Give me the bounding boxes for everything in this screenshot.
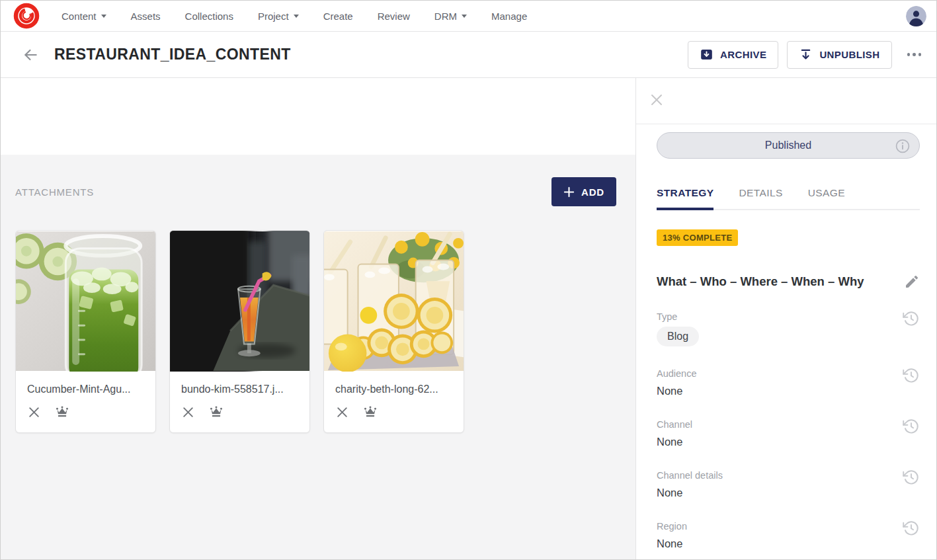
chevron-down-icon — [462, 15, 467, 18]
unpublish-button[interactable]: UNPUBLISH — [787, 41, 891, 69]
history-icon[interactable] — [902, 309, 920, 327]
field-value: None — [657, 487, 920, 499]
crown-primary-icon[interactable] — [363, 405, 378, 419]
nav-item-label: Create — [323, 11, 353, 22]
nav-item-label: Assets — [131, 11, 161, 22]
field-value: None — [657, 385, 920, 397]
nav-item-content[interactable]: Content — [61, 11, 106, 22]
field-label: Type — [657, 311, 920, 322]
attachment-card: Cucumber-Mint-Agu... — [15, 230, 156, 433]
field-audience: Audience None — [657, 368, 920, 397]
remove-attachment-icon[interactable] — [335, 405, 349, 419]
nav-item-label: Content — [61, 11, 97, 22]
main-content: ATTACHMENTS ADD — [1, 78, 635, 559]
nav-item-label: Manage — [491, 11, 527, 22]
nav-item-label: Collections — [185, 11, 233, 22]
field-label: Channel details — [657, 470, 920, 481]
nav-item-create[interactable]: Create — [323, 11, 353, 22]
nav-item-review[interactable]: Review — [378, 11, 410, 22]
status-badge: Published — [657, 132, 920, 159]
page-header: RESTAURANT_IDEA_CONTENT ARCHIVE UNPUBLIS… — [1, 32, 936, 78]
attachment-cards: Cucumber-Mint-Agu... — [15, 230, 635, 433]
attachments-section: ATTACHMENTS ADD — [1, 155, 635, 559]
add-attachment-button[interactable]: ADD — [551, 177, 616, 206]
attachment-card: bundo-kim-558517.j... — [169, 230, 310, 433]
field-label: Channel — [657, 419, 920, 430]
attachment-thumbnail-orange-cocktail[interactable] — [170, 231, 309, 372]
attachment-thumbnail-cucumber-drink[interactable] — [16, 231, 155, 372]
nav-item-drm[interactable]: DRM — [434, 11, 467, 22]
nav-item-collections[interactable]: Collections — [185, 11, 233, 22]
tab-details[interactable]: DETAILS — [739, 187, 782, 210]
field-region: Region None — [657, 521, 920, 550]
field-label: Audience — [657, 368, 920, 379]
tab-strategy[interactable]: STRATEGY — [657, 187, 713, 210]
page-title: RESTAURANT_IDEA_CONTENT — [54, 46, 291, 63]
attachment-filename: charity-beth-long-62... — [324, 372, 464, 395]
history-icon[interactable] — [902, 519, 920, 537]
nav-item-label: Review — [378, 11, 410, 22]
archive-button-label: ARCHIVE — [720, 49, 766, 60]
history-icon[interactable] — [902, 366, 920, 384]
brand-logo-icon[interactable] — [13, 3, 40, 29]
top-nav: Content Assets Collections Project Creat… — [1, 1, 936, 32]
plus-icon — [563, 186, 575, 198]
crown-primary-icon[interactable] — [209, 405, 224, 419]
field-value: None — [657, 538, 920, 550]
completion-badge: 13% COMPLETE — [657, 229, 738, 246]
panel-tabs: STRATEGY DETAILS USAGE — [657, 187, 920, 210]
remove-attachment-icon[interactable] — [27, 405, 41, 419]
back-arrow-icon[interactable] — [22, 46, 39, 63]
remove-attachment-icon[interactable] — [181, 405, 195, 419]
unpublish-button-label: UNPUBLISH — [819, 49, 879, 60]
tab-usage[interactable]: USAGE — [808, 187, 845, 210]
field-type: Type Blog — [657, 311, 920, 346]
unpublish-icon — [799, 48, 813, 61]
nav-items: Content Assets Collections Project Creat… — [61, 11, 527, 22]
field-value-chip: Blog — [657, 327, 699, 346]
nav-item-label: DRM — [434, 11, 457, 22]
history-icon[interactable] — [902, 468, 920, 486]
close-panel-icon[interactable] — [647, 91, 666, 109]
field-channel-details: Channel details None — [657, 470, 920, 499]
nav-item-project[interactable]: Project — [258, 11, 299, 22]
chevron-down-icon — [294, 15, 299, 18]
nav-item-label: Project — [258, 11, 289, 22]
strategy-section-title: What – Who – Where – When – Why — [657, 274, 864, 289]
detail-panel: Published STRATEGY DETAILS USAGE 13% COM… — [635, 78, 936, 559]
header-actions: ARCHIVE UNPUBLISH — [688, 41, 924, 69]
attachment-filename: bundo-kim-558517.j... — [170, 372, 309, 395]
attachment-filename: Cucumber-Mint-Agu... — [16, 372, 155, 395]
edit-pencil-icon[interactable] — [904, 274, 920, 290]
overflow-menu-icon[interactable] — [905, 48, 924, 61]
nav-item-manage[interactable]: Manage — [491, 11, 527, 22]
nav-item-assets[interactable]: Assets — [131, 11, 161, 22]
info-icon[interactable] — [894, 138, 911, 155]
history-icon[interactable] — [902, 417, 920, 435]
crown-primary-icon[interactable] — [55, 405, 69, 419]
archive-icon — [700, 48, 713, 61]
add-button-label: ADD — [581, 186, 604, 198]
field-value: None — [657, 436, 920, 448]
chevron-down-icon — [101, 15, 106, 18]
field-channel: Channel None — [657, 419, 920, 448]
attachment-card: charity-beth-long-62... — [323, 230, 464, 433]
user-avatar[interactable] — [906, 6, 926, 26]
archive-button[interactable]: ARCHIVE — [688, 41, 778, 69]
status-label: Published — [765, 140, 811, 151]
field-label: Region — [657, 521, 920, 532]
attachment-thumbnail-lemonade[interactable] — [324, 231, 464, 372]
attachments-section-label: ATTACHMENTS — [15, 186, 94, 198]
